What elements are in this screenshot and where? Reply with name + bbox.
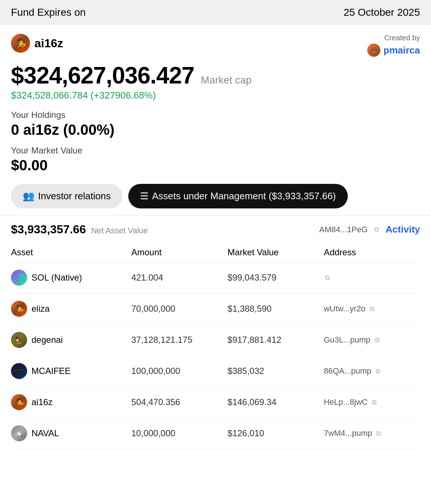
nav-label: Net Asset Value	[91, 226, 148, 236]
col-address: Address	[324, 247, 420, 257]
cell-amount: 37,128,121.175	[131, 335, 228, 345]
sol-icon	[11, 270, 27, 286]
market-cap-label: Market cap	[201, 74, 252, 86]
cell-address: 7wM4...pump ⧉	[324, 428, 420, 439]
cell-amount: 421.004	[131, 273, 228, 283]
market-cap-value: $324,627,036.427	[11, 63, 194, 88]
ai16z-icon: 🧑‍🎤	[11, 394, 27, 410]
copy-naval-button[interactable]: ⧉	[375, 428, 383, 439]
asset-name: degenai	[32, 335, 63, 345]
cell-address: Gu3L...pump ⧉	[324, 335, 420, 345]
cell-value: $99,043.579	[228, 273, 324, 283]
eliza-icon: 🧑‍🎤	[11, 301, 27, 317]
creator-avatar: 🐻	[367, 44, 380, 57]
fund-name-row: 🧑‍🎤 ai16z	[11, 34, 63, 53]
address-text: wUtw...yr2o	[324, 304, 365, 314]
cell-value: $917,881.412	[228, 335, 324, 345]
fund-avatar: 🧑‍🎤	[11, 34, 30, 53]
mcaifee-icon: 🕶️	[11, 363, 27, 379]
nav-right: AM84...1PeG ⧉ Activity	[319, 224, 420, 235]
table-row: SOL (Native) 421.004 $99,043.579 ⧉	[11, 262, 420, 293]
asset-name: eliza	[32, 304, 49, 314]
table-row: 🧑‍🎤 ai16z 504,470.356 $146,069.34 HeLp..…	[11, 387, 420, 418]
asset-name: NAVAL	[32, 428, 59, 438]
asset-name-cell: 🧑‍🎤 ai16z	[11, 394, 131, 410]
aum-icon: ☰	[140, 190, 148, 202]
nav-address: AM84...1PeG	[319, 225, 368, 234]
table-row: 🦅 degenai 37,128,121.175 $917,881.412 Gu…	[11, 325, 420, 356]
creator-link[interactable]: pmairca	[383, 45, 420, 56]
activity-link[interactable]: Activity	[386, 224, 420, 235]
cell-amount: 70,000,000	[131, 304, 228, 314]
aum-label: Assets under Management ($3,933,357.66)	[152, 190, 336, 202]
degen-icon: 🦅	[11, 332, 27, 348]
holdings-label: Your Holdings	[11, 110, 420, 120]
fund-expires-date: 25 October 2025	[343, 7, 420, 18]
cell-value: $385,032	[228, 366, 324, 376]
nav-left: $3,933,357.66 Net Asset Value	[11, 223, 148, 236]
nav-section: $3,933,357.66 Net Asset Value AM84...1Pe…	[0, 216, 431, 243]
fund-expires-label: Fund Expires on	[11, 7, 86, 18]
market-cap-change: $324,528,066.784 (+327906.68%)	[11, 90, 420, 101]
investor-relations-label: Investor relations	[38, 190, 111, 202]
asset-name-cell: 🧑‍🎤 eliza	[11, 301, 131, 317]
copy-degen-button[interactable]: ⧉	[373, 335, 381, 345]
asset-name-cell: 🕶️ MCAIFEE	[11, 363, 131, 379]
holdings-section: Your Holdings 0 ai16z (0.00%)	[0, 101, 431, 138]
asset-name-cell: 🏔️ NAVAL	[11, 425, 131, 441]
cell-value: $126,010	[228, 428, 324, 438]
cell-value: $146,069.34	[228, 397, 324, 407]
created-by-section: Created by 🐻 pmairca	[367, 34, 420, 57]
asset-name: MCAIFEE	[32, 366, 71, 376]
nav-amount: $3,933,357.66	[11, 223, 86, 236]
address-text: 7wM4...pump	[324, 429, 372, 438]
cell-address: HeLp...8jwC ⧉	[324, 397, 420, 408]
table-row: 🕶️ MCAIFEE 100,000,000 $385,032 86QA...p…	[11, 356, 420, 387]
table-header: Asset Amount Market Value Address	[11, 243, 420, 262]
market-cap-section: $324,627,036.427 Market cap $324,528,066…	[0, 57, 431, 101]
action-buttons: 👥 Investor relations ☰ Assets under Mana…	[0, 174, 431, 216]
market-value-amount: $0.00	[11, 157, 420, 174]
investor-icon: 👥	[23, 190, 34, 202]
address-text: 86QA...pump	[324, 366, 371, 376]
asset-name-cell: SOL (Native)	[11, 270, 131, 286]
investor-relations-button[interactable]: 👥 Investor relations	[11, 184, 122, 208]
market-value-label: Your Market Value	[11, 145, 420, 156]
col-asset: Asset	[11, 247, 131, 257]
header-section: 🧑‍🎤 ai16z Created by 🐻 pmairca	[0, 25, 431, 57]
assets-table: Asset Amount Market Value Address SOL (N…	[0, 243, 431, 449]
holdings-value: 0 ai16z (0.00%)	[11, 122, 420, 138]
cell-amount: 10,000,000	[131, 428, 228, 438]
cell-address: wUtw...yr2o ⧉	[324, 304, 420, 314]
copy-mcaifee-button[interactable]: ⧉	[374, 366, 382, 377]
copy-sol-button[interactable]: ⧉	[324, 273, 331, 283]
copy-ai16z-button[interactable]: ⧉	[371, 397, 378, 408]
asset-name: ai16z	[32, 397, 52, 407]
created-by-label: Created by	[384, 34, 420, 42]
copy-eliza-button[interactable]: ⧉	[368, 304, 376, 314]
aum-button[interactable]: ☰ Assets under Management ($3,933,357.66…	[128, 184, 348, 208]
col-market-value: Market Value	[228, 247, 324, 257]
address-text: Gu3L...pump	[324, 335, 370, 345]
table-row: 🏔️ NAVAL 10,000,000 $126,010 7wM4...pump…	[11, 418, 420, 449]
asset-name: SOL (Native)	[32, 273, 82, 283]
address-text: HeLp...8jwC	[324, 397, 368, 407]
fund-name: ai16z	[34, 37, 63, 50]
creator-row[interactable]: 🐻 pmairca	[367, 44, 420, 57]
cell-value: $1,388,590	[228, 304, 324, 314]
col-amount: Amount	[131, 247, 228, 257]
nav-value-row: $3,933,357.66 Net Asset Value AM84...1Pe…	[11, 216, 420, 243]
cell-address: 86QA...pump ⧉	[324, 366, 420, 377]
fund-expires-bar: Fund Expires on 25 October 2025	[0, 0, 431, 25]
cell-amount: 100,000,000	[131, 366, 228, 376]
cell-amount: 504,470.356	[131, 397, 228, 407]
copy-address-button[interactable]: ⧉	[373, 224, 380, 235]
cell-address: ⧉	[324, 273, 420, 283]
market-cap-row: $324,627,036.427 Market cap	[11, 63, 420, 88]
table-row: 🧑‍🎤 eliza 70,000,000 $1,388,590 wUtw...y…	[11, 293, 420, 325]
market-value-section: Your Market Value $0.00	[0, 138, 431, 174]
asset-name-cell: 🦅 degenai	[11, 332, 131, 348]
naval-icon: 🏔️	[11, 425, 27, 441]
